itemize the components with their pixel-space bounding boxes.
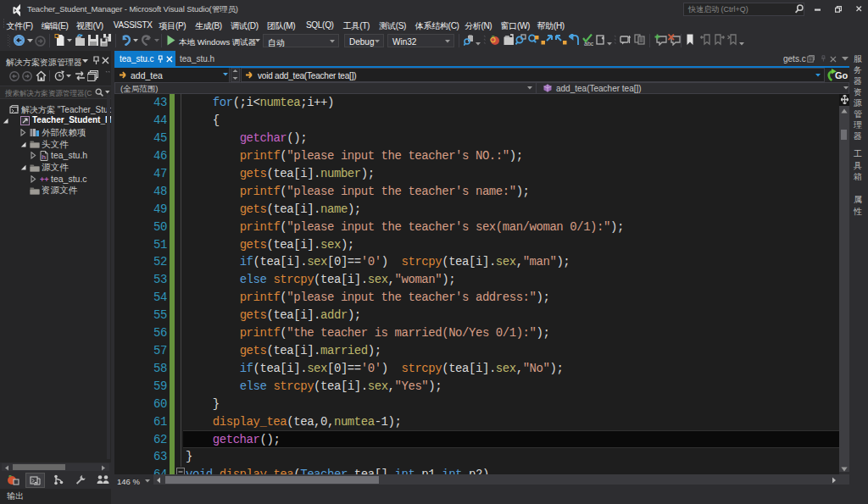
svg-text:h: h (42, 152, 46, 160)
svg-text:abc: abc (584, 41, 593, 47)
svg-text:++: ++ (40, 174, 49, 183)
